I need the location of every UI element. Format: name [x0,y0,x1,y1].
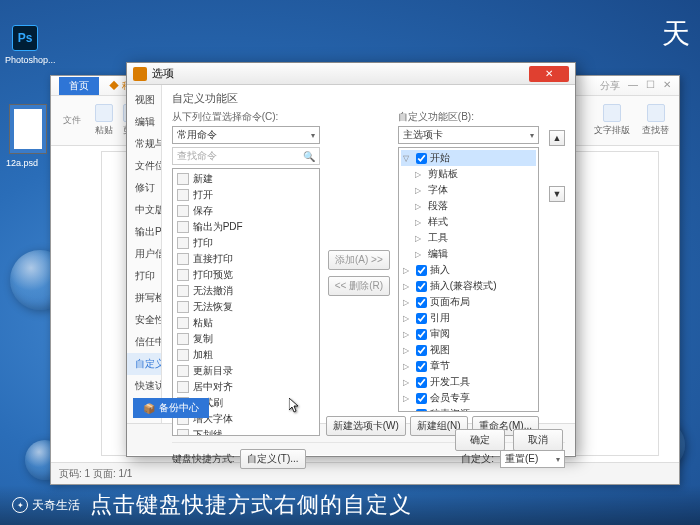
ok-button[interactable]: 确定 [455,429,505,451]
tree-node[interactable]: 审阅 [401,326,536,342]
app-icon [133,67,147,81]
nav-item[interactable]: 信任中心 [127,331,161,353]
move-up-button[interactable]: ▲ [549,130,565,146]
nav-item[interactable]: 编辑 [127,111,161,133]
page-indicator: 页码: 1 页面: 1/1 [59,467,132,481]
tool-查找替[interactable]: 查找替 [638,102,673,139]
command-item[interactable]: 复制 [175,331,317,347]
nav-item[interactable]: 打印 [127,265,161,287]
tree-child[interactable]: 样式 [401,214,536,230]
tree-node[interactable]: 稿壳资源 [401,406,536,412]
watermark: 天 [662,15,690,53]
nav-item[interactable]: 安全性 [127,309,161,331]
nav-item[interactable]: 文件位置 [127,155,161,177]
section-title: 自定义功能区 [172,91,565,106]
menu-file[interactable]: 文件 [57,114,87,127]
keyboard-shortcut-label: 键盘快捷方式: [172,452,235,466]
close-icon[interactable]: ✕ [663,79,671,93]
tree-child[interactable]: 工具 [401,230,536,246]
tree-node[interactable]: 会员专享 [401,390,536,406]
tree-node[interactable]: 开始 [401,150,536,166]
options-dialog: 选项 ✕ 视图编辑常规与保存文件位置修订中文版式输出PDF用户信息打印拼写检查安… [126,62,576,457]
command-item[interactable]: 下划线 [175,427,317,436]
tree-child[interactable]: 编辑 [401,246,536,262]
share-button[interactable]: 分享 [600,79,620,93]
command-item[interactable]: 打开 [175,187,317,203]
subtitle-text: 点击键盘快捷方式右侧的自定义 [90,490,412,520]
dialog-titlebar: 选项 ✕ [127,63,575,85]
command-item[interactable]: 居中对齐 [175,379,317,395]
add-button[interactable]: 添加(A) >> [328,250,390,270]
nav-item[interactable]: 输出PDF [127,221,161,243]
custom-label: 自定义: [461,452,494,466]
cancel-button[interactable]: 取消 [513,429,563,451]
tool-粘贴[interactable]: 粘贴 [91,102,117,139]
move-down-button[interactable]: ▼ [549,186,565,202]
new-tab-button[interactable]: 新建选项卡(W) [326,416,406,436]
nav-item[interactable]: 修订 [127,177,161,199]
nav-item[interactable]: 拼写检查 [127,287,161,309]
tree-node[interactable]: 页面布局 [401,294,536,310]
right-combo-label: 自定义功能区(B): [398,110,539,124]
command-item[interactable]: 打印预览 [175,267,317,283]
tree-child[interactable]: 字体 [401,182,536,198]
chevron-down-icon: ▾ [530,131,534,140]
command-search-input[interactable]: 查找命令🔍 [172,147,320,165]
doc-thumb-label: 12a.psd [6,158,38,168]
nav-item[interactable]: 快速访问工具栏 [127,375,161,397]
backup-center-button[interactable]: 📦 备份中心 [133,398,209,418]
left-combo-label: 从下列位置选择命令(C): [172,110,320,124]
nav-item[interactable]: 用户信息 [127,243,161,265]
tree-child[interactable]: 剪贴板 [401,166,536,182]
command-item[interactable]: 保存 [175,203,317,219]
command-item[interactable]: 更新目录 [175,363,317,379]
tree-node[interactable]: 插入(兼容模式) [401,278,536,294]
remove-button[interactable]: << 删除(R) [328,276,390,296]
tab-home[interactable]: 首页 [59,77,99,95]
minimize-icon[interactable]: — [628,79,638,93]
command-item[interactable]: 输出为PDF [175,219,317,235]
photoshop-label: Photoshop... [5,55,56,65]
tree-node[interactable]: 视图 [401,342,536,358]
customize-shortcut-button[interactable]: 自定义(T)... [240,449,305,469]
dialog-close-button[interactable]: ✕ [529,66,569,82]
nav-item[interactable]: 中文版式 [127,199,161,221]
command-item[interactable]: 粘贴 [175,315,317,331]
command-item[interactable]: 新建 [175,171,317,187]
ribbon-tree[interactable]: 开始剪贴板字体段落样式工具编辑 插入 插入(兼容模式) 页面布局 引用 审阅 视… [398,147,539,412]
tool-文字排版[interactable]: 文字排版 [590,102,634,139]
video-caption-bar: ✦天奇生活 点击键盘快捷方式右侧的自定义 [0,485,700,525]
commands-listbox[interactable]: 新建打开保存输出为PDF打印直接打印打印预览无法撤消无法恢复粘贴复制加粗更新目录… [172,168,320,436]
ribbon-target-combo[interactable]: 主选项卡▾ [398,126,539,144]
command-item[interactable]: 打印 [175,235,317,251]
command-item[interactable]: 直接打印 [175,251,317,267]
tree-node[interactable]: 插入 [401,262,536,278]
brand-logo: ✦天奇生活 [12,497,80,514]
tree-node[interactable]: 引用 [401,310,536,326]
options-nav: 视图编辑常规与保存文件位置修订中文版式输出PDF用户信息打印拼写检查安全性信任中… [127,85,162,423]
chevron-down-icon: ▾ [311,131,315,140]
nav-item[interactable]: 自定义功能区 [127,353,161,375]
maximize-icon[interactable]: ☐ [646,79,655,93]
tree-node[interactable]: 开发工具 [401,374,536,390]
doc-thumbnail[interactable] [9,104,47,154]
commands-source-combo[interactable]: 常用命令▾ [172,126,320,144]
command-item[interactable]: 加粗 [175,347,317,363]
nav-item[interactable]: 常规与保存 [127,133,161,155]
command-item[interactable]: 无法撤消 [175,283,317,299]
tree-child[interactable]: 段落 [401,198,536,214]
search-icon: 🔍 [303,151,315,162]
command-item[interactable]: 无法恢复 [175,299,317,315]
tree-node[interactable]: 章节 [401,358,536,374]
reset-combo[interactable]: 重置(E)▾ [500,450,565,468]
photoshop-icon[interactable]: Ps [12,25,38,51]
nav-item[interactable]: 视图 [127,89,161,111]
dialog-title: 选项 [152,66,174,81]
